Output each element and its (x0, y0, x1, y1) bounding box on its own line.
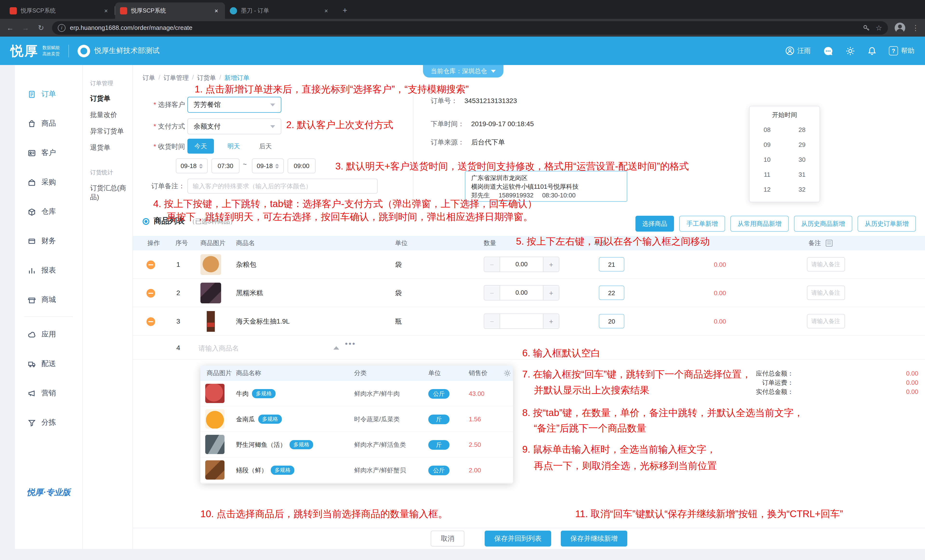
time-option[interactable]: 13 (750, 197, 785, 202)
time-option[interactable]: 12 (750, 182, 785, 197)
browser-profile-avatar[interactable] (895, 23, 905, 33)
new-tab-button[interactable] (339, 5, 351, 17)
time-option[interactable]: 30 (785, 152, 820, 167)
breadcrumb-item[interactable]: 订货单 (197, 74, 216, 83)
delivery-date-from-input[interactable]: 09-18 (176, 158, 208, 173)
dropdown-product-row[interactable]: 野生河鲫鱼（活）多规格 鲜肉水产/鲜活鱼类 斤 2.50 (200, 432, 513, 458)
dropdown-product-row[interactable]: 鳝段（鲜）多规格 鲜肉水产/鲜虾蟹贝 公斤 2.00 (200, 458, 513, 483)
help-button[interactable]: 帮助 (889, 46, 914, 56)
chat-icon[interactable] (823, 45, 833, 56)
time-option[interactable] (785, 197, 820, 202)
delivery-option-day-after[interactable]: 后天 (253, 139, 277, 154)
increment-button[interactable] (543, 257, 559, 272)
sidebar-item-sorting[interactable]: 分拣 (15, 408, 82, 437)
line-remark-input[interactable] (807, 257, 845, 272)
add-from-history-products-button[interactable]: 从历史商品新增 (794, 216, 852, 231)
sidebar-item-finance[interactable]: 财务 (15, 226, 82, 256)
sidebar-item-products[interactable]: 商品 (15, 109, 82, 138)
browser-tab-3[interactable]: 墨刀 - 订单 (225, 2, 335, 19)
submenu-item-return-orders[interactable]: 退货单 (90, 144, 133, 152)
save-and-back-button[interactable]: 保存并回到列表 (485, 531, 551, 546)
settings-gear-icon[interactable] (845, 46, 855, 56)
submenu-item-order-form[interactable]: 订货单 (90, 95, 133, 103)
decrement-button[interactable] (484, 285, 500, 300)
time-option[interactable]: 11 (750, 167, 785, 182)
reload-icon[interactable] (37, 23, 45, 32)
delivery-time-to-input[interactable]: 09:00 (288, 158, 316, 173)
customer-select[interactable]: 芳芳餐馆 (187, 97, 281, 113)
breadcrumb-item[interactable]: 订单 (143, 74, 155, 83)
sidebar-item-marketing[interactable]: 营销 (15, 378, 82, 408)
manual-add-button[interactable]: 手工单新增 (679, 216, 725, 231)
select-product-button[interactable]: 选择商品 (636, 216, 674, 231)
user-menu[interactable]: 汪雨 (785, 46, 811, 56)
time-option[interactable]: 32 (785, 182, 820, 197)
remove-row-icon[interactable] (146, 289, 155, 297)
dropdown-product-row[interactable]: 金南瓜多规格 时令蔬菜/瓜菜类 斤 1.56 (200, 406, 513, 432)
sidebar-item-reports[interactable]: 报表 (15, 256, 82, 285)
sidebar-item-delivery[interactable]: 配送 (15, 349, 82, 378)
tab-close-icon[interactable] (212, 7, 220, 15)
decrement-button[interactable] (484, 257, 500, 272)
add-from-history-orders-button[interactable]: 从历史订单新增 (857, 216, 916, 231)
time-option[interactable]: 10 (750, 152, 785, 167)
delivery-date-to-input[interactable]: 09-18 (252, 158, 284, 173)
remark-settings-icon[interactable] (826, 240, 833, 246)
tab-close-icon[interactable] (322, 7, 330, 15)
quantity-value[interactable] (500, 314, 543, 329)
order-remark-input[interactable] (187, 179, 378, 194)
decrement-button[interactable] (484, 314, 500, 329)
save-and-continue-button[interactable]: 保存并继续新增 (561, 531, 627, 546)
stepper-arrows-icon[interactable] (199, 164, 203, 168)
dropdown-settings-gear-icon[interactable] (503, 369, 511, 378)
site-info-icon[interactable] (58, 24, 66, 32)
submenu-item-batch-reprice[interactable]: 批量改价 (90, 111, 133, 119)
back-icon[interactable] (6, 24, 14, 32)
submenu-item-order-summary[interactable]: 订货汇总(商品) (90, 183, 129, 202)
sidebar-item-mall[interactable]: 商城 (15, 285, 82, 314)
browser-menu-icon[interactable] (912, 23, 919, 32)
line-remark-input[interactable] (807, 285, 845, 300)
remove-row-icon[interactable] (146, 317, 155, 326)
bookmark-star-icon[interactable] (875, 23, 882, 32)
add-from-frequent-button[interactable]: 从常用商品新增 (731, 216, 789, 231)
notifications-bell-icon[interactable] (867, 46, 877, 56)
delivery-option-today[interactable]: 今天 (187, 139, 214, 154)
password-key-icon[interactable] (862, 24, 870, 32)
breadcrumb-item[interactable]: 订单管理 (164, 74, 188, 83)
time-option[interactable]: 08 (750, 122, 785, 137)
quantity-value[interactable]: 0.00 (500, 285, 543, 300)
forward-icon[interactable] (21, 24, 30, 32)
time-option[interactable]: 29 (785, 137, 820, 152)
browser-tab-2-active[interactable]: 悦厚SCP系统 (115, 2, 225, 19)
payment-select[interactable]: 余额支付 (187, 119, 281, 134)
cancel-button[interactable]: 取消 (431, 531, 464, 546)
browser-tab-1[interactable]: 悦厚SCP系统 (5, 2, 114, 19)
delivery-time-from-input[interactable]: 07:30 (211, 158, 240, 173)
delivery-option-tomorrow[interactable]: 明天 (221, 139, 246, 154)
time-option[interactable]: 28 (785, 122, 820, 137)
time-option[interactable]: 31 (785, 167, 820, 182)
unit-price-input[interactable] (599, 257, 624, 272)
submenu-item-abnormal-orders[interactable]: 异常订货单 (90, 127, 133, 136)
increment-button[interactable] (543, 314, 559, 329)
increment-button[interactable] (543, 285, 559, 300)
sidebar-item-apps[interactable]: 应用 (15, 320, 82, 349)
sidebar-item-customers[interactable]: 客户 (15, 138, 82, 168)
dropdown-product-row[interactable]: 牛肉多规格 鲜肉水产/鲜牛肉 公斤 43.00 (200, 381, 513, 406)
quantity-value[interactable]: 0.00 (500, 257, 543, 272)
sidebar-item-orders[interactable]: 订单 (15, 80, 82, 109)
more-options-icon[interactable] (345, 339, 356, 348)
unit-price-input[interactable] (599, 285, 624, 300)
remove-row-icon[interactable] (146, 261, 155, 269)
current-warehouse-selector[interactable]: 当前仓库：深圳总仓 (423, 65, 503, 78)
sidebar-item-warehouse[interactable]: 仓库 (15, 197, 82, 226)
tab-close-icon[interactable] (102, 7, 110, 15)
product-search-input[interactable] (197, 341, 325, 356)
chevron-up-icon[interactable] (333, 346, 339, 350)
url-input[interactable]: erp.huanong1688.com/order/manage/create (52, 21, 888, 35)
line-remark-input[interactable] (807, 314, 845, 329)
sidebar-item-purchasing[interactable]: 采购 (15, 168, 82, 197)
stepper-arrows-icon[interactable] (275, 164, 279, 168)
time-option[interactable]: 09 (750, 137, 785, 152)
